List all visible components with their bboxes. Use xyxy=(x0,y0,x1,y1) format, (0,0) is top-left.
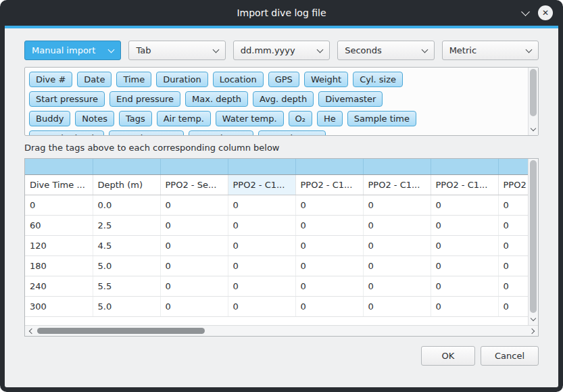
table-cell: 4.5 xyxy=(93,235,160,255)
column-header-6: PPO2 - C1... xyxy=(431,174,498,195)
tag-end-pressure[interactable]: End pressure xyxy=(109,91,180,107)
units-select[interactable]: Metric xyxy=(442,41,539,60)
table-row: 1204.5000000 xyxy=(25,235,528,255)
table-cell: 180 xyxy=(25,255,93,276)
table-horizontal-scrollbar[interactable] xyxy=(25,325,538,336)
tag-location[interactable]: Location xyxy=(213,72,264,87)
table-cell: 0.0 xyxy=(93,195,160,215)
column-drop-cell-2[interactable] xyxy=(160,159,228,174)
tag-cyl-size[interactable]: Cyl. size xyxy=(353,72,403,87)
table-row: 602.5000000 xyxy=(25,215,528,235)
table-cell: 0 xyxy=(228,296,295,316)
column-header-3: PPO2 - C1... xyxy=(228,174,295,195)
tags-panel: Dive #DateTimeDurationLocationGPSWeightC… xyxy=(24,67,539,136)
tag-weight[interactable]: Weight xyxy=(304,72,348,87)
table-cell: 0 xyxy=(160,215,228,235)
drag-instruction: Drag the tags above to each correspondin… xyxy=(24,143,539,153)
column-drop-cell-0[interactable] xyxy=(25,159,93,174)
table-cell: 0 xyxy=(295,255,363,276)
tag-tags[interactable]: Tags xyxy=(119,111,152,126)
tag-sample-depth[interactable]: Sample depth xyxy=(29,130,104,136)
table-cell: 0 xyxy=(363,235,431,255)
tag-notes[interactable]: Notes xyxy=(75,111,114,126)
drop-target-row xyxy=(25,159,528,174)
table-cell: 0 xyxy=(160,235,228,255)
scroll-right-button[interactable] xyxy=(527,326,538,336)
tag-sample-po[interactable]: Sample pO₂ xyxy=(189,130,254,136)
column-drop-cell-7[interactable] xyxy=(498,159,528,174)
tag-water-temp[interactable]: Water temp. xyxy=(216,111,284,126)
tags-scroll-down-button[interactable] xyxy=(529,126,538,133)
tag-o[interactable]: O₂ xyxy=(289,111,312,126)
close-button[interactable]: ✕ xyxy=(538,5,553,20)
column-drop-cell-1[interactable] xyxy=(93,159,160,174)
table-cell: 2.5 xyxy=(93,215,160,235)
duration-format-select[interactable]: Seconds xyxy=(337,41,434,60)
import-preview-table: Dive Time ...Depth (m)PPO2 - Se...PPO2 -… xyxy=(25,159,528,317)
table-cell: 0 xyxy=(498,195,528,215)
table-cell: 0 xyxy=(431,296,498,316)
tag-buddy[interactable]: Buddy xyxy=(29,111,70,126)
column-drop-cell-6[interactable] xyxy=(431,159,498,174)
table-cell: 0 xyxy=(228,235,295,255)
table-cell: 0 xyxy=(160,255,228,276)
column-drop-cell-4[interactable] xyxy=(295,159,363,174)
titlebar: Import dive log file ✕ xyxy=(5,0,558,26)
table-cell: 60 xyxy=(25,215,93,235)
table-cell: 0 xyxy=(160,195,228,215)
table-vertical-scrollbar[interactable] xyxy=(528,159,538,325)
table-cell: 0 xyxy=(498,276,528,296)
table-cell: 0 xyxy=(228,215,295,235)
table-cell: 0 xyxy=(25,195,93,215)
table-cell: 0 xyxy=(363,276,431,296)
import-preview-frame: Dive Time ...Depth (m)PPO2 - Se...PPO2 -… xyxy=(24,158,539,337)
scroll-left-button[interactable] xyxy=(25,326,36,336)
column-drop-cell-3[interactable] xyxy=(228,159,295,174)
tag-divemaster[interactable]: Divemaster xyxy=(318,91,383,107)
tag-max-depth[interactable]: Max. depth xyxy=(185,91,248,107)
table-cell: 0 xyxy=(363,215,431,235)
table-cell: 0 xyxy=(295,215,363,235)
tag-date[interactable]: Date xyxy=(77,72,112,87)
hscrollbar-thumb[interactable] xyxy=(37,328,205,334)
hscrollbar-track[interactable] xyxy=(36,326,527,336)
tag-air-temp[interactable]: Air temp. xyxy=(157,111,211,126)
tag-sample-temp[interactable]: Sample temp. xyxy=(109,130,184,136)
table-cell: 0 xyxy=(295,235,363,255)
import-mode-value: Manual import xyxy=(32,45,95,55)
tag-sample-time[interactable]: Sample time xyxy=(347,111,416,126)
cancel-button[interactable]: Cancel xyxy=(481,346,539,366)
tag-avg-depth[interactable]: Avg. depth xyxy=(253,91,314,107)
date-format-select[interactable]: dd.mm.yyyy xyxy=(233,41,330,60)
titlebar-buttons: ✕ xyxy=(522,0,553,26)
tag-dive[interactable]: Dive # xyxy=(29,72,72,87)
ok-button[interactable]: OK xyxy=(421,346,475,366)
tag-duration[interactable]: Duration xyxy=(156,72,207,87)
chevron-right-icon xyxy=(529,328,534,333)
field-separator-select[interactable]: Tab xyxy=(128,41,225,60)
tags-scrollbar-thumb[interactable] xyxy=(530,69,537,116)
table-scroll-down-button[interactable] xyxy=(529,316,538,323)
tags-scrollbar[interactable] xyxy=(528,68,538,135)
chevron-down-icon xyxy=(212,46,219,53)
table-cell: 0 xyxy=(295,195,363,215)
chevron-down-icon xyxy=(531,126,536,131)
tags-container: Dive #DateTimeDurationLocationGPSWeightC… xyxy=(29,72,523,136)
tag-gps[interactable]: GPS xyxy=(268,72,299,87)
tag-row: BuddyNotesTagsAir temp.Water temp.O₂HeSa… xyxy=(29,111,523,126)
tag-start-pressure[interactable]: Start pressure xyxy=(29,91,105,107)
tag-row: Sample depthSample temp.Sample pO₂Sample… xyxy=(29,130,523,136)
options-row: Manual import Tab dd.mm.yyyy Seconds Met… xyxy=(24,41,539,60)
tag-he[interactable]: He xyxy=(317,111,343,126)
column-drop-cell-5[interactable] xyxy=(363,159,431,174)
table-viewport: Dive Time ...Depth (m)PPO2 - Se...PPO2 -… xyxy=(25,159,538,325)
import-mode-select[interactable]: Manual import xyxy=(24,41,121,60)
table-scroll-area: Dive Time ...Depth (m)PPO2 - Se...PPO2 -… xyxy=(25,159,528,325)
table-cell: 0 xyxy=(295,276,363,296)
table-cell: 0 xyxy=(498,296,528,316)
tag-sample-cns[interactable]: Sample CNS xyxy=(258,130,326,136)
tag-time[interactable]: Time xyxy=(116,72,151,87)
titlebar-chevron-down-icon[interactable] xyxy=(521,7,530,16)
table-vscrollbar-thumb[interactable] xyxy=(530,160,537,313)
date-format-value: dd.mm.yyyy xyxy=(241,45,295,55)
